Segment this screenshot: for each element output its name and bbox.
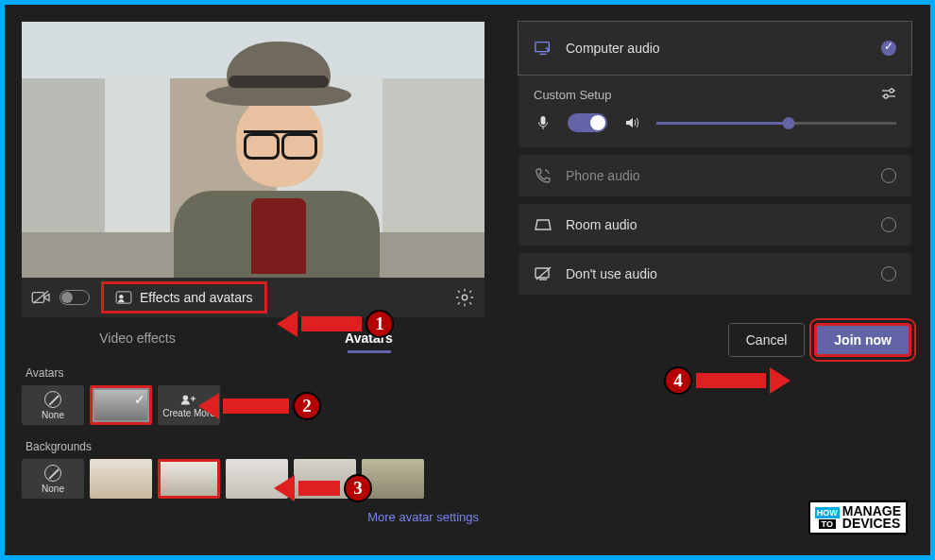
no-audio-icon	[534, 266, 552, 281]
settings-button[interactable]	[454, 287, 475, 308]
phone-audio-row[interactable]: Phone audio	[518, 155, 911, 196]
svg-rect-11	[536, 268, 549, 278]
create-more-label: Create More	[162, 408, 215, 418]
avatars-label: Avatars	[26, 366, 503, 380]
create-more-icon	[180, 393, 197, 406]
background-option-3[interactable]	[226, 459, 288, 499]
background-option-4[interactable]	[294, 459, 356, 499]
avatar-option-selected[interactable]: ✓	[90, 385, 152, 425]
computer-audio-card[interactable]: Computer audio Custom Setup	[518, 22, 911, 147]
background-option-2-selected[interactable]	[158, 459, 220, 499]
none-label: None	[42, 484, 64, 494]
svg-rect-0	[32, 293, 43, 303]
no-audio-card[interactable]: Don't use audio	[518, 253, 911, 295]
microphone-toggle[interactable]	[568, 113, 607, 132]
phone-audio-label: Phone audio	[566, 168, 868, 183]
audio-controls	[518, 108, 911, 147]
pre-join-window: Effects and avatars Video effects Avatar…	[5, 5, 930, 555]
footer-buttons: Cancel Join now	[518, 323, 911, 357]
room-audio-radio[interactable]	[881, 217, 896, 232]
avatar-figure	[178, 32, 376, 278]
microphone-icon	[534, 115, 552, 130]
backgrounds-row: None	[22, 459, 503, 499]
effects-and-avatars-button[interactable]: Effects and avatars	[101, 281, 267, 314]
room-audio-row[interactable]: Room audio	[518, 204, 911, 246]
svg-point-5	[183, 395, 188, 399]
create-more-avatars[interactable]: Create More	[158, 385, 220, 425]
svg-point-10	[884, 94, 888, 98]
no-audio-radio[interactable]	[881, 266, 896, 281]
video-toolbar: Effects and avatars	[22, 278, 484, 317]
camera-toggle[interactable]	[60, 290, 90, 305]
checkmark-icon: ✓	[134, 392, 145, 407]
computer-audio-label: Computer audio	[566, 41, 868, 56]
no-audio-row[interactable]: Don't use audio	[518, 253, 911, 295]
backgrounds-label: Backgrounds	[26, 440, 503, 453]
speaker-icon	[622, 115, 641, 130]
svg-rect-6	[536, 42, 550, 52]
computer-audio-icon	[534, 40, 552, 57]
computer-audio-radio[interactable]	[881, 41, 896, 56]
room-audio-label: Room audio	[566, 217, 868, 232]
watermark-how: HOW	[815, 507, 840, 518]
avatar-none[interactable]: None	[22, 385, 84, 425]
volume-slider[interactable]	[656, 122, 896, 125]
watermark-line2: DEVICES	[842, 518, 901, 530]
custom-setup-label: Custom Setup	[534, 88, 611, 102]
tab-avatars[interactable]: Avatars	[253, 331, 484, 353]
effects-label: Effects and avatars	[140, 290, 253, 305]
tab-video-effects[interactable]: Video effects	[22, 331, 253, 353]
left-pane: Effects and avatars Video effects Avatar…	[5, 5, 503, 555]
background-none[interactable]: None	[22, 459, 84, 499]
custom-setup-row[interactable]: Custom Setup	[518, 75, 911, 108]
room-icon	[534, 218, 552, 231]
phone-audio-radio[interactable]	[881, 168, 896, 183]
phone-icon	[534, 167, 552, 184]
camera-off-icon	[31, 290, 52, 305]
effects-icon	[115, 291, 132, 304]
svg-point-8	[890, 89, 893, 93]
svg-point-3	[119, 295, 123, 298]
computer-audio-row[interactable]: Computer audio	[518, 22, 911, 75]
phone-audio-card[interactable]: Phone audio	[518, 155, 911, 196]
right-pane: Computer audio Custom Setup	[503, 5, 930, 555]
background-option-5[interactable]	[362, 459, 424, 499]
room-audio-card[interactable]: Room audio	[518, 204, 911, 246]
more-avatar-settings-link[interactable]: More avatar settings	[22, 510, 484, 524]
avatars-row: None ✓ Create More	[22, 385, 503, 425]
no-audio-label: Don't use audio	[566, 266, 868, 281]
sliders-icon	[881, 88, 896, 102]
effects-tabs: Video effects Avatars	[22, 317, 484, 361]
none-icon	[44, 465, 61, 482]
video-preview	[22, 22, 484, 278]
svg-point-4	[462, 295, 468, 300]
cancel-button[interactable]: Cancel	[728, 323, 806, 357]
watermark-to: TO	[819, 519, 836, 529]
background-option-1[interactable]	[90, 459, 152, 499]
none-label: None	[42, 410, 64, 420]
join-now-button[interactable]: Join now	[814, 323, 911, 357]
none-icon	[44, 391, 61, 408]
watermark: HOW TO MANAGE DEVICES	[808, 501, 908, 535]
